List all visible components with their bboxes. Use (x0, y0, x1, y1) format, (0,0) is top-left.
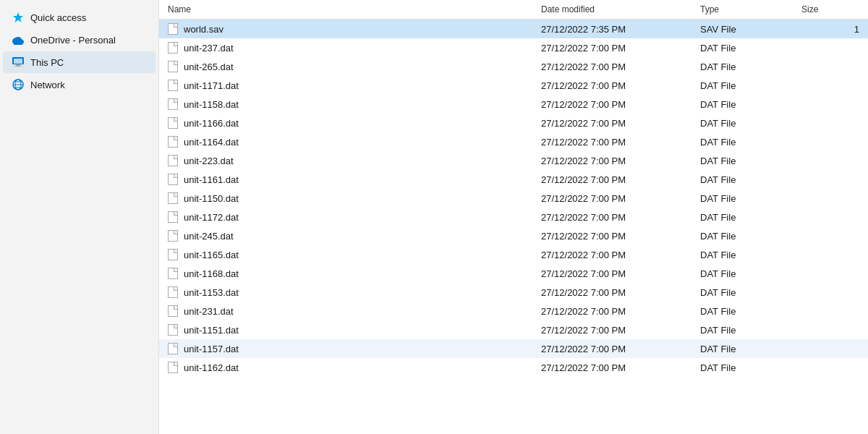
column-header-size[interactable]: Size (801, 4, 859, 14)
table-row[interactable]: unit-1157.dat27/12/2022 7:00 PMDAT File (159, 339, 868, 358)
file-type: DAT File (700, 250, 801, 260)
file-type: DAT File (700, 193, 801, 204)
file-icon (168, 268, 178, 279)
table-row[interactable]: unit-231.dat27/12/2022 7:00 PMDAT File (159, 302, 868, 320)
file-name: unit-1158.dat (184, 99, 239, 110)
table-row[interactable]: unit-1158.dat27/12/2022 7:00 PMDAT File (159, 95, 868, 114)
sidebar-item-quick-access[interactable]: Quick access (3, 7, 156, 28)
file-name-cell: unit-1150.dat (168, 192, 541, 204)
file-name-cell: unit-1164.dat (168, 136, 541, 148)
file-icon (168, 343, 178, 354)
sidebar-item-this-pc[interactable]: This PC (3, 51, 156, 73)
table-row[interactable]: unit-1171.dat27/12/2022 7:00 PMDAT File (159, 76, 868, 95)
table-row[interactable]: unit-1153.dat27/12/2022 7:00 PMDAT File (159, 283, 868, 302)
file-icon (168, 286, 178, 298)
file-icon (168, 174, 178, 185)
file-icon (168, 249, 178, 260)
svg-rect-8 (14, 66, 22, 67)
file-name: unit-1168.dat (184, 268, 239, 279)
svg-rect-6 (14, 59, 22, 64)
file-list: world.sav27/12/2022 7:35 PMSAV File1unit… (159, 20, 868, 434)
table-row[interactable]: unit-1168.dat27/12/2022 7:00 PMDAT File (159, 264, 868, 283)
sidebar-item-label-network: Network (30, 80, 65, 90)
table-row[interactable]: unit-223.dat27/12/2022 7:00 PMDAT File (159, 151, 868, 170)
file-name-cell: unit-1161.dat (168, 174, 541, 185)
file-name-cell: unit-1168.dat (168, 268, 541, 279)
sidebar-item-network[interactable]: Network (3, 74, 156, 95)
star-icon (12, 11, 25, 24)
file-icon (168, 117, 178, 129)
main-content: Name Date modified Type Size world.sav27… (159, 0, 868, 434)
file-icon (168, 42, 178, 54)
file-name-cell: world.sav (168, 23, 541, 35)
file-type: DAT File (700, 80, 801, 91)
column-header-name[interactable]: Name (168, 4, 541, 14)
file-icon (168, 230, 178, 242)
file-name: unit-1150.dat (184, 193, 239, 204)
file-name-cell: unit-237.dat (168, 42, 541, 54)
svg-rect-4 (14, 41, 22, 45)
file-type: DAT File (700, 43, 801, 54)
file-type: SAV File (700, 24, 801, 35)
table-row[interactable]: unit-237.dat27/12/2022 7:00 PMDAT File (159, 38, 868, 57)
file-date: 27/12/2022 7:00 PM (541, 43, 700, 54)
file-name-cell: unit-1153.dat (168, 286, 541, 298)
file-list-header[interactable]: Name Date modified Type Size (159, 0, 868, 20)
sidebar-item-onedrive[interactable]: OneDrive - Personal (3, 29, 156, 51)
file-date: 27/12/2022 7:00 PM (541, 306, 700, 317)
file-name: unit-265.dat (184, 61, 234, 72)
file-name: unit-1153.dat (184, 287, 239, 298)
file-date: 27/12/2022 7:35 PM (541, 24, 700, 35)
file-name-cell: unit-1157.dat (168, 343, 541, 354)
file-name-cell: unit-1165.dat (168, 249, 541, 260)
file-name: unit-1164.dat (184, 137, 239, 148)
column-header-type[interactable]: Type (700, 4, 801, 14)
file-type: DAT File (700, 362, 801, 373)
file-name-cell: unit-231.dat (168, 305, 541, 317)
file-type: DAT File (700, 231, 801, 242)
file-date: 27/12/2022 7:00 PM (541, 231, 700, 242)
file-size: 1 (801, 24, 859, 35)
file-icon (168, 305, 178, 317)
svg-marker-0 (13, 12, 23, 22)
file-date: 27/12/2022 7:00 PM (541, 287, 700, 298)
file-type: DAT File (700, 137, 801, 148)
file-name: world.sav (184, 24, 224, 35)
file-icon (168, 362, 178, 373)
file-name: unit-1171.dat (184, 80, 239, 91)
file-icon (168, 23, 178, 35)
file-name: unit-1162.dat (184, 362, 239, 373)
file-name-cell: unit-1171.dat (168, 80, 541, 91)
file-date: 27/12/2022 7:00 PM (541, 212, 700, 223)
sidebar-item-label-onedrive: OneDrive - Personal (30, 35, 116, 46)
file-name: unit-1172.dat (184, 212, 239, 223)
table-row[interactable]: unit-1172.dat27/12/2022 7:00 PMDAT File (159, 208, 868, 226)
file-type: DAT File (700, 212, 801, 223)
table-row[interactable]: unit-245.dat27/12/2022 7:00 PMDAT File (159, 226, 868, 245)
table-row[interactable]: unit-1162.dat27/12/2022 7:00 PMDAT File (159, 358, 868, 377)
file-date: 27/12/2022 7:00 PM (541, 156, 700, 166)
table-row[interactable]: unit-265.dat27/12/2022 7:00 PMDAT File (159, 57, 868, 76)
file-icon (168, 324, 178, 336)
table-row[interactable]: unit-1165.dat27/12/2022 7:00 PMDAT File (159, 245, 868, 264)
file-name: unit-231.dat (184, 306, 234, 317)
file-date: 27/12/2022 7:00 PM (541, 250, 700, 260)
file-name: unit-1151.dat (184, 325, 239, 336)
file-type: DAT File (700, 325, 801, 336)
cloud-icon (12, 33, 25, 46)
table-row[interactable]: unit-1161.dat27/12/2022 7:00 PMDAT File (159, 170, 868, 189)
table-row[interactable]: unit-1164.dat27/12/2022 7:00 PMDAT File (159, 132, 868, 151)
file-date: 27/12/2022 7:00 PM (541, 174, 700, 185)
table-row[interactable]: unit-1151.dat27/12/2022 7:00 PMDAT File (159, 320, 868, 339)
column-header-date[interactable]: Date modified (541, 4, 700, 14)
file-icon (168, 211, 178, 223)
file-date: 27/12/2022 7:00 PM (541, 344, 700, 354)
table-row[interactable]: world.sav27/12/2022 7:35 PMSAV File1 (159, 20, 868, 38)
table-row[interactable]: unit-1166.dat27/12/2022 7:00 PMDAT File (159, 114, 868, 132)
file-date: 27/12/2022 7:00 PM (541, 325, 700, 336)
table-row[interactable]: unit-1150.dat27/12/2022 7:00 PMDAT File (159, 189, 868, 208)
file-type: DAT File (700, 174, 801, 185)
file-name-cell: unit-1172.dat (168, 211, 541, 223)
file-date: 27/12/2022 7:00 PM (541, 80, 700, 91)
file-date: 27/12/2022 7:00 PM (541, 362, 700, 373)
